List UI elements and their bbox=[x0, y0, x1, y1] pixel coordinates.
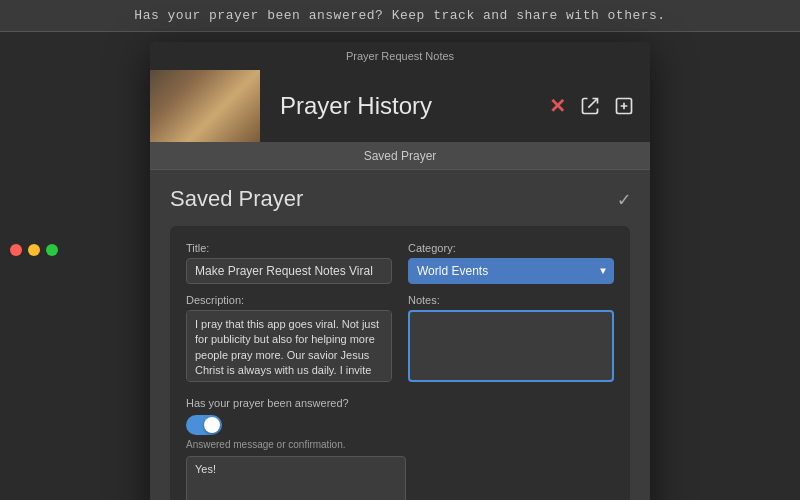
close-button[interactable]: ✕ bbox=[549, 94, 566, 118]
content-panel: Saved Prayer ✓ Title: Category: World bbox=[150, 170, 650, 500]
notes-label: Notes: bbox=[408, 294, 614, 306]
app-window: Prayer Request Notes Prayer History ✕ bbox=[150, 42, 650, 500]
form-container: Title: Category: World Events Personal F… bbox=[170, 226, 630, 500]
title-label: Title: bbox=[186, 242, 392, 254]
title-input[interactable] bbox=[186, 258, 392, 284]
banner-text: Has your prayer been answered? Keep trac… bbox=[134, 8, 665, 23]
window-title: Prayer Request Notes bbox=[346, 50, 454, 62]
saved-prayer-heading: Saved Prayer ✓ bbox=[170, 186, 630, 212]
tab-saved-prayer[interactable]: Saved Prayer bbox=[364, 149, 437, 163]
category-label: Category: bbox=[408, 242, 614, 254]
title-category-row: Title: Category: World Events Personal F… bbox=[186, 242, 614, 284]
header-image bbox=[150, 70, 260, 142]
window-header: Prayer History ✕ bbox=[150, 70, 650, 142]
checkmark-icon: ✓ bbox=[618, 187, 630, 212]
add-button[interactable] bbox=[614, 96, 634, 116]
toggle-knob bbox=[204, 417, 220, 433]
export-button[interactable] bbox=[580, 96, 600, 116]
notes-col: Notes: bbox=[408, 294, 614, 387]
category-select-wrapper: World Events Personal Family Health Fina… bbox=[408, 258, 614, 284]
main-area: Prayer Request Notes Prayer History ✕ bbox=[0, 32, 800, 500]
answered-row: Has your prayer been answered? Answered … bbox=[186, 397, 614, 500]
answered-toggle[interactable] bbox=[186, 415, 222, 435]
window-titlebar: Prayer Request Notes bbox=[150, 42, 650, 70]
top-banner: Has your prayer been answered? Keep trac… bbox=[0, 0, 800, 32]
confirmation-label: Answered message or confirmation. bbox=[186, 439, 614, 450]
description-col: Description: I pray that this app goes v… bbox=[186, 294, 392, 387]
toggle-row bbox=[186, 415, 614, 435]
description-textarea[interactable]: I pray that this app goes viral. Not jus… bbox=[186, 310, 392, 382]
answer-textarea[interactable]: Yes! bbox=[186, 456, 406, 500]
category-col: Category: World Events Personal Family H… bbox=[408, 242, 614, 284]
description-notes-row: Description: I pray that this app goes v… bbox=[186, 294, 614, 387]
answered-label: Has your prayer been answered? bbox=[186, 397, 614, 409]
title-col: Title: bbox=[186, 242, 392, 284]
notes-textarea[interactable] bbox=[408, 310, 614, 382]
tab-bar: Saved Prayer bbox=[150, 142, 650, 170]
category-select[interactable]: World Events Personal Family Health Fina… bbox=[408, 258, 614, 284]
svg-line-0 bbox=[588, 99, 597, 108]
description-label: Description: bbox=[186, 294, 392, 306]
header-icons: ✕ bbox=[549, 94, 650, 118]
prayer-history-title: Prayer History bbox=[260, 92, 549, 120]
saved-prayer-title: Saved Prayer bbox=[170, 186, 303, 212]
